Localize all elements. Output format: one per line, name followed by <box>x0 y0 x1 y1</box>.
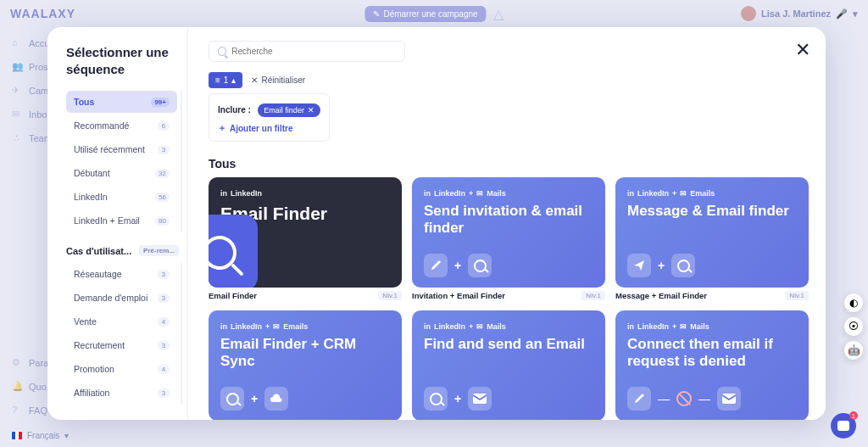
sidebar-item[interactable]: 👥Pros... <box>7 58 41 76</box>
svg-rect-1 <box>722 394 736 404</box>
search-icon <box>468 254 492 277</box>
close-icon[interactable]: ✕ <box>308 106 314 115</box>
chat-badge: 1 <box>849 411 858 420</box>
card-level: Niv.1 <box>378 291 402 300</box>
card-title: Connect then email if request is denied <box>627 336 797 371</box>
avatar <box>741 6 756 21</box>
sidebar-item[interactable]: ✈Camp... <box>7 81 41 100</box>
modal-title: Sélectionner une séquence <box>66 44 179 77</box>
card-sub-name: Email Finder <box>209 291 257 300</box>
search-input-wrap[interactable] <box>209 41 405 62</box>
card-title: Email Finder + CRM Sync <box>220 336 390 371</box>
pen-icon <box>424 254 448 277</box>
category-item[interactable]: Débutant32 <box>66 162 177 184</box>
search-input[interactable] <box>231 47 396 56</box>
filter-tag[interactable]: Email finder✕ <box>258 103 320 117</box>
category-item[interactable]: Tous99+ <box>66 91 177 113</box>
mic-icon: 🎤 <box>836 8 848 20</box>
card-tags: inLinkedIn + ✉Mails <box>424 322 593 331</box>
card-level: Niv.1 <box>785 291 809 300</box>
usecase-item[interactable]: Promotion4 <box>66 358 177 380</box>
card-title: Message & Email finder <box>627 203 797 220</box>
sidebar-nav: ⌂Accu... 👥Pros... ✈Camp... ✉Inbo... ⛬Tea… <box>0 27 47 447</box>
sequence-card[interactable]: inLinkedIn + ✉MailsSend invitation & ema… <box>412 177 605 288</box>
search-icon <box>671 254 695 277</box>
filter-include-label: Inclure : <box>218 105 251 115</box>
usecase-item[interactable]: Recrutement3 <box>66 334 177 356</box>
category-item[interactable]: LinkedIn + Email80 <box>66 210 177 232</box>
sidebar-item[interactable]: ⛬Team... <box>7 129 41 148</box>
flag-icon <box>12 432 22 439</box>
fab-button[interactable]: ◐ <box>844 293 863 312</box>
close-icon[interactable]: ✕ <box>795 39 810 61</box>
usecase-item[interactable]: Demande d'emploi3 <box>66 287 177 309</box>
card-tags: inLinkedIn + ✉Mails <box>627 322 797 331</box>
sequence-card[interactable]: inLinkedIn + ✉MailsConnect then email if… <box>615 310 809 420</box>
cloud-icon <box>264 387 288 411</box>
sidebar-item-faq[interactable]: ?FAQ <box>7 401 41 420</box>
usecase-badge: Pré-rem... <box>139 245 179 256</box>
card-tags: inLinkedIn <box>220 189 390 198</box>
filter-count-chip[interactable]: ≡1▴ <box>209 72 242 88</box>
chat-fab[interactable]: 1 <box>831 413 856 439</box>
search-icon <box>424 387 448 411</box>
add-filter-button[interactable]: ＋Ajouter un filtre <box>218 122 320 134</box>
section-title: Tous <box>209 157 805 170</box>
chevron-down-icon: ▾ <box>64 431 69 440</box>
send-icon <box>627 254 651 277</box>
search-icon <box>220 387 244 411</box>
chevron-down-icon: ▾ <box>853 8 858 20</box>
sidebar-item-notif[interactable]: 🔔Quo... <box>7 377 41 396</box>
sidebar-item[interactable]: ✉Inbo... <box>7 105 41 124</box>
category-item[interactable]: Utilisé récemment3 <box>66 138 177 160</box>
category-item[interactable]: Recommandé6 <box>66 115 177 137</box>
close-icon: ✕ <box>251 75 258 85</box>
card-sub-name: Message + Email Finder <box>615 291 707 300</box>
sequence-card[interactable]: inLinkedInEmail Finder <box>209 177 402 288</box>
mail-icon <box>717 387 741 411</box>
mail-icon <box>468 387 492 411</box>
fab-button[interactable]: ⦿ <box>844 317 863 336</box>
alerts-icon[interactable]: △ <box>493 6 504 22</box>
card-title: Find and send an Email <box>424 336 593 353</box>
sidebar-item[interactable]: ⌂Accu... <box>7 34 41 53</box>
card-sub-name: Invitation + Email Finder <box>412 291 505 300</box>
chevron-up-icon: ▴ <box>231 75 236 85</box>
sequence-card[interactable]: inLinkedIn + ✉EmailsMessage & Email find… <box>615 177 809 288</box>
card-tags: inLinkedIn + ✉Emails <box>627 189 797 198</box>
deny-icon <box>676 391 692 406</box>
language-selector[interactable]: Français ▾ <box>12 431 69 440</box>
sequence-card[interactable]: inLinkedIn + ✉EmailsEmail Finder + CRM S… <box>209 310 402 420</box>
card-tags: inLinkedIn + ✉Emails <box>220 322 390 331</box>
card-tags: inLinkedIn + ✉Mails <box>424 189 593 198</box>
sequence-card[interactable]: inLinkedIn + ✉MailsFind and send an Emai… <box>412 310 605 420</box>
magnify-icon <box>209 215 258 288</box>
user-menu[interactable]: Lisa J. Martinez 🎤 ▾ <box>741 6 858 21</box>
search-icon <box>218 47 226 56</box>
filter-include-box: Inclure : Email finder✕ ＋Ajouter un filt… <box>209 93 330 142</box>
fab-button[interactable]: 🤖 <box>844 341 863 360</box>
card-level: Niv.1 <box>581 291 605 300</box>
modal-sidebar: Sélectionner une séquence Tous99+Recomma… <box>47 27 188 420</box>
svg-rect-0 <box>473 394 487 404</box>
app-logo: WAALAXY <box>10 7 75 20</box>
pen-icon <box>627 387 651 411</box>
sidebar-item-settings[interactable]: ⚙Para... <box>7 354 41 372</box>
usecase-item[interactable]: Affiliation3 <box>66 382 177 404</box>
usecase-item[interactable]: Vente4 <box>66 310 177 332</box>
card-title: Send invitation & email finder <box>424 203 593 237</box>
start-campaign-button[interactable]: ✎Démarrer une campagne <box>364 6 486 22</box>
usecase-header: Cas d'utilisat... <box>66 246 131 256</box>
usecase-item[interactable]: Réseautage3 <box>66 263 177 285</box>
reset-filters-button[interactable]: ✕Réinitialiser <box>251 75 305 85</box>
category-item[interactable]: LinkedIn56 <box>66 186 177 208</box>
sequence-selector-modal: Sélectionner une séquence Tous99+Recomma… <box>47 27 826 420</box>
